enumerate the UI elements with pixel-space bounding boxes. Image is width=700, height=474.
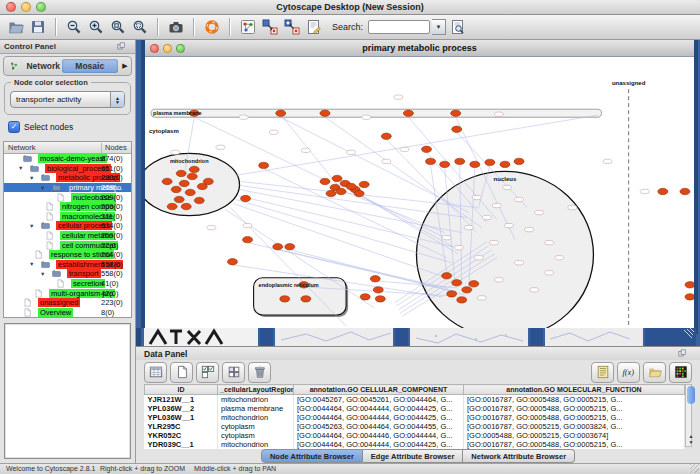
gene-node[interactable] (426, 158, 436, 164)
gene-node-small[interactable] (464, 225, 473, 229)
gene-node[interactable] (259, 162, 269, 168)
gene-node-small[interactable] (474, 256, 483, 260)
attribute-grid-button[interactable] (222, 362, 245, 383)
tree-row[interactable]: nitrogen compo209(0) (4, 202, 131, 212)
gene-node-small[interactable] (472, 195, 481, 199)
gene-node[interactable] (500, 161, 510, 167)
table-scrollbar[interactable]: ▲▼ (685, 384, 692, 447)
gene-node[interactable] (301, 296, 311, 302)
gene-node[interactable] (171, 186, 181, 192)
import-attributes-button[interactable] (643, 362, 666, 383)
gene-node[interactable] (462, 287, 472, 293)
table-row[interactable]: YPL036W__1mitochondrion[GO:0044464, GO:0… (145, 413, 685, 422)
gene-node[interactable] (360, 294, 370, 300)
gene-node-small[interactable] (382, 159, 391, 163)
tree-row[interactable]: ▼biological_process651(0) (4, 164, 131, 174)
gene-node-small[interactable] (442, 235, 451, 239)
select-attributes-button[interactable] (196, 362, 219, 383)
gene-node[interactable] (280, 296, 290, 302)
app-titlebar[interactable]: Cytoscape Desktop (New Session) (0, 0, 700, 15)
tab-mosaic[interactable]: Mosaic (62, 59, 119, 73)
gene-node[interactable] (359, 181, 369, 187)
expand-arrow-icon[interactable]: ▼ (29, 223, 36, 229)
gene-node[interactable] (658, 188, 668, 194)
attribute-table-button[interactable] (144, 362, 167, 383)
gene-node[interactable] (447, 291, 457, 297)
float-icon[interactable] (111, 37, 131, 57)
column-header[interactable]: _cellularLayoutRegion (218, 385, 294, 395)
gene-node[interactable] (373, 287, 383, 293)
gene-node-small[interactable] (640, 189, 649, 193)
gene-node[interactable] (285, 243, 295, 249)
gene-node-small[interactable] (494, 112, 503, 116)
minimized-windows-strip[interactable] (136, 328, 696, 346)
gene-node[interactable] (457, 297, 467, 303)
gene-node-small[interactable] (207, 225, 216, 229)
gene-node-small[interactable] (494, 278, 503, 282)
tree-row[interactable]: response to stimul264(0) (4, 250, 131, 260)
gene-node[interactable] (273, 243, 283, 249)
network-view-window[interactable]: primary metabolic process plasma membran… (141, 40, 698, 334)
gene-node-small[interactable] (216, 145, 225, 149)
gene-node-small[interactable] (477, 296, 486, 300)
gene-node-small[interactable] (239, 115, 248, 119)
gene-node-small[interactable] (269, 130, 278, 134)
gene-node-small[interactable] (525, 227, 534, 231)
gene-node[interactable] (203, 178, 213, 184)
gene-node-small[interactable] (243, 223, 252, 227)
gene-node[interactable] (346, 183, 356, 189)
tree-row[interactable]: nucleobase-209(0) (4, 192, 131, 202)
gene-node[interactable] (167, 203, 177, 209)
gene-node[interactable] (276, 110, 286, 116)
table-row[interactable]: YDR039C__1mitochondrion[GO:0044464, GO:0… (145, 440, 685, 449)
gene-node[interactable] (320, 178, 330, 184)
table-row[interactable]: YLR295Ccytoplasm[GO:0045263, GO:0044464,… (145, 422, 685, 431)
gene-node-small[interactable] (502, 185, 511, 189)
gene-node-small[interactable] (515, 261, 524, 265)
gene-node[interactable] (440, 161, 450, 167)
expand-arrow-icon[interactable]: ▼ (40, 185, 47, 191)
gene-node-small[interactable] (347, 150, 356, 154)
gene-node-small[interactable] (515, 197, 524, 201)
scrollbar-thumb[interactable] (687, 386, 695, 404)
gene-node-small[interactable] (394, 95, 403, 99)
gene-node[interactable] (381, 133, 391, 139)
tab-node-attribute-browser[interactable]: Node Attribute Browser (261, 449, 363, 463)
zoom-in-icon[interactable] (86, 17, 106, 37)
gene-node-small[interactable] (545, 271, 554, 275)
search-dropdown-button[interactable]: ▼ (432, 19, 446, 35)
gene-node-small[interactable] (362, 115, 371, 119)
function-builder-button[interactable]: f(x) (617, 362, 640, 383)
gene-node-small[interactable] (603, 159, 612, 163)
gene-node[interactable] (685, 294, 694, 300)
network-overview-panel[interactable] (4, 323, 131, 459)
tree-row[interactable]: ▼cellular process614(0) (4, 221, 131, 231)
tree-row[interactable]: secretion41(0) (4, 279, 131, 289)
tree-row[interactable]: cellular metabo209(0) (4, 231, 131, 241)
gene-node[interactable] (469, 281, 479, 287)
gene-node-small[interactable] (301, 148, 310, 152)
zoom-fit-icon[interactable] (108, 17, 128, 37)
gene-node[interactable] (442, 273, 452, 279)
expand-arrow-icon[interactable]: ▼ (40, 271, 47, 277)
open-icon[interactable] (6, 17, 26, 37)
gene-node[interactable] (174, 196, 184, 202)
network-window-titlebar[interactable]: primary metabolic process (145, 40, 694, 57)
tree-row[interactable]: cell communicat22(0) (4, 240, 131, 250)
annotation-icon[interactable] (304, 17, 324, 37)
gene-node-small[interactable] (482, 215, 491, 219)
expand-arrow-icon[interactable]: ▼ (18, 165, 25, 171)
gene-node[interactable] (185, 189, 195, 195)
tree-row[interactable]: Overview8(0) (4, 308, 131, 318)
gene-node-small[interactable] (504, 223, 513, 227)
gene-node[interactable] (336, 188, 346, 194)
tree-row[interactable]: mosaic-demo-yeast874(0) (4, 154, 131, 164)
gene-node-small[interactable] (545, 240, 554, 244)
table-row[interactable]: YPL036W__2plasma membrane[GO:0044464, GO… (145, 404, 685, 413)
gene-node[interactable] (680, 188, 690, 194)
network-canvas[interactable]: plasma membranecytoplasmmitochondrionnuc… (145, 57, 694, 334)
gene-node[interactable] (181, 203, 191, 209)
gene-node[interactable] (354, 190, 364, 196)
tree-row[interactable]: ▼metabolic process280(0) (4, 173, 131, 183)
gene-node[interactable] (189, 166, 199, 172)
